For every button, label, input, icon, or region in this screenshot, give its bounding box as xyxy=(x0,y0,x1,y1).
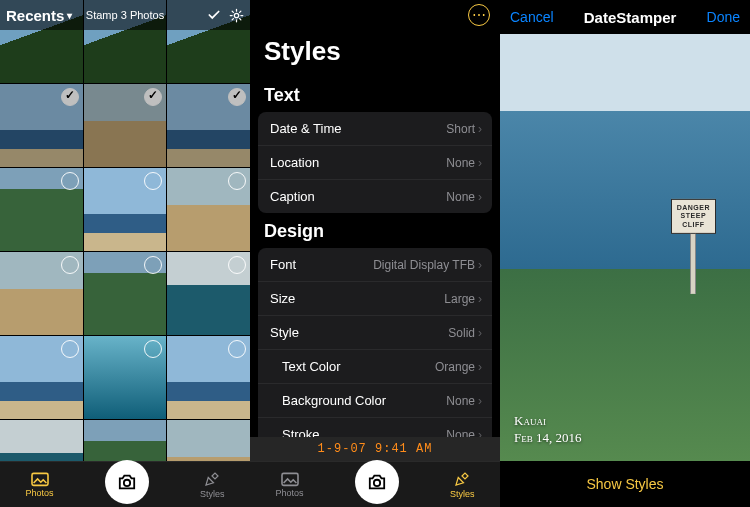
row-label: Font xyxy=(270,257,296,272)
row-label: Text Color xyxy=(282,359,341,374)
row-location[interactable]: Location None› xyxy=(258,145,492,179)
chevron-right-icon: › xyxy=(478,360,482,374)
chevron-right-icon: › xyxy=(478,122,482,136)
sign-text: DANGER STEEP CLIFF xyxy=(671,199,716,234)
done-button[interactable]: Done xyxy=(707,9,740,25)
tab-styles[interactable]: Styles xyxy=(200,470,225,499)
photo-thumb[interactable] xyxy=(167,252,250,335)
select-circle-icon xyxy=(144,256,162,274)
chevron-right-icon: › xyxy=(478,156,482,170)
select-circle-icon xyxy=(228,340,246,358)
gear-icon[interactable] xyxy=(229,8,244,23)
row-value: Short xyxy=(446,122,475,136)
design-settings-group: Font Digital Display TFB› Size Large› St… xyxy=(258,248,492,451)
svg-point-0 xyxy=(234,13,238,17)
camera-button[interactable] xyxy=(355,460,399,504)
photo-thumb[interactable] xyxy=(167,420,250,461)
chevron-right-icon: › xyxy=(478,394,482,408)
camera-icon xyxy=(366,473,388,491)
tab-label: Styles xyxy=(200,489,225,499)
check-icon xyxy=(228,88,246,106)
tab-photos[interactable]: Photos xyxy=(26,471,54,498)
svg-rect-1 xyxy=(32,473,48,485)
stamp-count-label: Stamp 3 Photos xyxy=(86,9,164,21)
row-value: Large xyxy=(444,292,475,306)
app-title: DateStamper xyxy=(584,9,677,26)
row-date-time[interactable]: Date & Time Short› xyxy=(258,112,492,145)
screen-preview: Cancel DateStamper Done DANGER STEEP CLI… xyxy=(500,0,750,507)
page-title: Styles xyxy=(250,30,500,77)
tab-styles[interactable]: Styles xyxy=(450,470,475,499)
camera-button[interactable] xyxy=(105,460,149,504)
select-circle-icon xyxy=(61,256,79,274)
photo-thumb[interactable] xyxy=(84,336,167,419)
photo-thumb[interactable] xyxy=(0,336,83,419)
tab-label: Photos xyxy=(276,488,304,498)
select-circle-icon xyxy=(228,172,246,190)
select-circle-icon xyxy=(61,172,79,190)
svg-point-2 xyxy=(124,479,130,485)
photo-thumb[interactable] xyxy=(0,168,83,251)
svg-point-4 xyxy=(374,479,380,485)
text-settings-group: Date & Time Short› Location None› Captio… xyxy=(258,112,492,213)
select-circle-icon xyxy=(144,340,162,358)
row-label: Location xyxy=(270,155,319,170)
tab-photos[interactable]: Photos xyxy=(276,471,304,498)
sign-line: CLIFF xyxy=(677,221,710,229)
row-background-color[interactable]: Background Color None› xyxy=(258,383,492,417)
row-value: Solid xyxy=(448,326,475,340)
check-icon xyxy=(61,88,79,106)
row-text-color[interactable]: Text Color Orange› xyxy=(258,349,492,383)
section-header-design: Design xyxy=(250,213,500,248)
row-size[interactable]: Size Large› xyxy=(258,281,492,315)
row-label: Caption xyxy=(270,189,315,204)
photo-thumb[interactable] xyxy=(84,168,167,251)
camera-icon xyxy=(116,473,138,491)
row-value: Digital Display TFB xyxy=(373,258,475,272)
check-icon[interactable] xyxy=(207,8,221,22)
sign-line: DANGER xyxy=(677,204,710,212)
photo-thumb[interactable] xyxy=(84,252,167,335)
tab-label: Photos xyxy=(26,488,54,498)
stamp-preview-bar: 1-9-07 9:41 AM xyxy=(250,437,500,461)
chevron-down-icon: ▾ xyxy=(67,10,72,21)
chevron-right-icon: › xyxy=(478,326,482,340)
photo-thumb[interactable] xyxy=(167,336,250,419)
photo-thumb[interactable] xyxy=(84,420,167,461)
photo-thumb[interactable] xyxy=(0,252,83,335)
chevron-right-icon: › xyxy=(478,190,482,204)
check-icon xyxy=(144,88,162,106)
row-label: Background Color xyxy=(282,393,386,408)
row-caption[interactable]: Caption None› xyxy=(258,179,492,213)
stamp-location: Kauai xyxy=(514,412,581,430)
row-value: Orange xyxy=(435,360,475,374)
preview-header: Cancel DateStamper Done xyxy=(500,0,750,34)
select-circle-icon xyxy=(61,340,79,358)
screen-styles: ⋯ Styles Text Date & Time Short› Locatio… xyxy=(250,0,500,507)
screen-photo-picker: Recents ▾ Stamp 3 Photos Photos Styles xyxy=(0,0,250,507)
show-styles-button[interactable]: Show Styles xyxy=(500,461,750,507)
row-style[interactable]: Style Solid› xyxy=(258,315,492,349)
photo-thumb[interactable] xyxy=(167,168,250,251)
stamp-date: Feb 14, 2016 xyxy=(514,429,581,447)
picker-header: Recents ▾ Stamp 3 Photos xyxy=(0,0,250,30)
album-selector[interactable]: Recents ▾ xyxy=(6,7,72,24)
select-circle-icon xyxy=(228,256,246,274)
chevron-right-icon: › xyxy=(478,258,482,272)
styles-header: ⋯ xyxy=(250,0,500,30)
more-icon[interactable]: ⋯ xyxy=(468,4,490,26)
section-header-text: Text xyxy=(250,77,500,112)
photo-thumb[interactable] xyxy=(167,84,250,167)
row-value: None xyxy=(446,156,475,170)
photo-thumb[interactable] xyxy=(84,84,167,167)
sign-post: DANGER STEEP CLIFF xyxy=(671,199,716,294)
select-circle-icon xyxy=(144,172,162,190)
photo-thumb[interactable] xyxy=(0,84,83,167)
row-font[interactable]: Font Digital Display TFB› xyxy=(258,248,492,281)
photo-grid xyxy=(0,0,250,461)
row-label: Size xyxy=(270,291,295,306)
photo-thumb[interactable] xyxy=(0,420,83,461)
sign-line: STEEP xyxy=(677,212,710,220)
row-label: Style xyxy=(270,325,299,340)
cancel-button[interactable]: Cancel xyxy=(510,9,554,25)
